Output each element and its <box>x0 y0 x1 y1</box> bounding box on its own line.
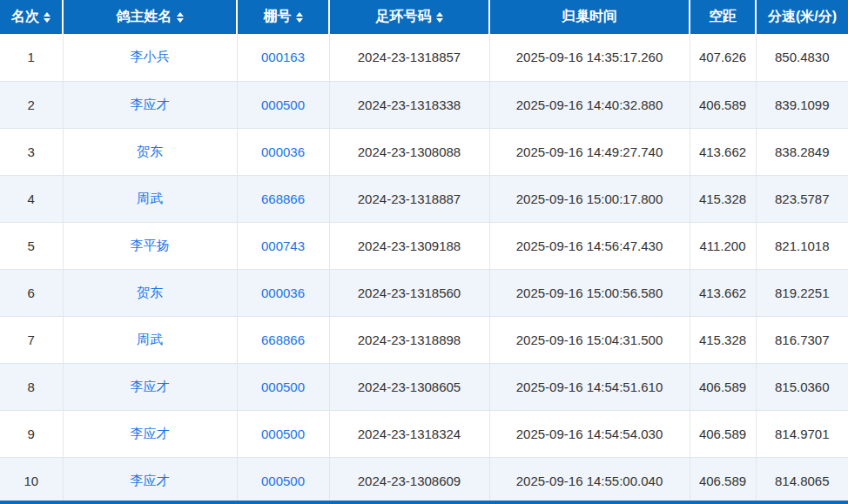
cell-rank: 1 <box>0 34 63 81</box>
footer-bar <box>0 501 848 504</box>
cell-time: 2025-09-16 14:49:27.740 <box>489 128 690 175</box>
loft-link[interactable]: 668866 <box>261 333 305 347</box>
sort-icon <box>296 12 303 23</box>
cell-time: 2025-09-16 14:54:51.610 <box>489 363 690 410</box>
owner-link[interactable]: 李应才 <box>131 379 170 393</box>
cell-ring: 2024-23-1318338 <box>329 81 489 128</box>
sort-icon <box>44 12 50 23</box>
cell-loft: 000743 <box>237 222 329 269</box>
loft-link[interactable]: 000500 <box>261 97 305 112</box>
owner-link[interactable]: 李应才 <box>131 473 170 487</box>
cell-ring: 2024-23-1318324 <box>329 410 489 457</box>
cell-owner: 李应才 <box>63 81 237 128</box>
table-row: 1 李小兵 000163 2024-23-1318857 2025-09-16 … <box>0 34 848 81</box>
table-row: 9 李应才 000500 2024-23-1318324 2025-09-16 … <box>0 410 848 457</box>
cell-time: 2025-09-16 14:40:32.880 <box>489 81 690 128</box>
cell-speed: 838.2849 <box>756 128 848 175</box>
cell-loft: 000500 <box>237 457 329 504</box>
column-header-distance: 空距 <box>690 0 756 34</box>
cell-time: 2025-09-16 15:00:56.580 <box>489 269 690 316</box>
cell-distance: 411.200 <box>690 222 756 269</box>
column-header-ring[interactable]: 足环号码 <box>329 0 489 34</box>
owner-link[interactable]: 李应才 <box>131 97 170 111</box>
owner-link[interactable]: 李平扬 <box>131 238 170 252</box>
owner-link[interactable]: 周武 <box>137 332 163 346</box>
cell-loft: 000036 <box>237 128 329 175</box>
cell-distance: 407.626 <box>690 34 756 81</box>
column-header-speed: 分速(米/分) <box>756 0 848 34</box>
column-header-owner[interactable]: 鸽主姓名 <box>63 0 237 34</box>
cell-ring: 2024-23-1318898 <box>329 316 489 363</box>
cell-time: 2025-09-16 15:00:17.800 <box>489 175 690 222</box>
cell-rank: 10 <box>0 457 63 504</box>
cell-distance: 413.662 <box>690 128 756 175</box>
cell-rank: 7 <box>0 316 63 363</box>
sort-icon <box>177 12 184 23</box>
column-label-loft: 棚号 <box>264 9 292 24</box>
cell-owner: 李应才 <box>63 457 237 504</box>
cell-ring: 2024-23-1318560 <box>329 269 489 316</box>
cell-loft: 000500 <box>237 81 329 128</box>
cell-speed: 821.1018 <box>756 222 848 269</box>
column-label-speed: 分速(米/分) <box>768 9 837 24</box>
cell-speed: 816.7307 <box>756 316 848 363</box>
table-row: 5 李平扬 000743 2024-23-1309188 2025-09-16 … <box>0 222 848 269</box>
cell-ring: 2024-23-1308605 <box>329 363 489 410</box>
table-row: 8 李应才 000500 2024-23-1308605 2025-09-16 … <box>0 363 848 410</box>
cell-time: 2025-09-16 14:35:17.260 <box>489 34 690 81</box>
cell-owner: 李平扬 <box>63 222 237 269</box>
cell-rank: 3 <box>0 128 63 175</box>
table-header: 名次 鸽主姓名 棚号 足环号码 归巢时间 空距 分速(米/分) <box>0 0 848 34</box>
cell-speed: 819.2251 <box>756 269 848 316</box>
cell-loft: 000163 <box>237 34 329 81</box>
column-header-time: 归巢时间 <box>489 0 690 34</box>
cell-loft: 000500 <box>237 363 329 410</box>
loft-link[interactable]: 000163 <box>261 50 305 64</box>
owner-link[interactable]: 李小兵 <box>131 49 170 64</box>
cell-owner: 周武 <box>63 316 237 363</box>
owner-link[interactable]: 周武 <box>137 191 163 205</box>
cell-speed: 814.8065 <box>756 457 848 504</box>
owner-link[interactable]: 李应才 <box>131 426 170 440</box>
column-label-distance: 空距 <box>709 9 737 24</box>
loft-link[interactable]: 000500 <box>261 380 305 394</box>
loft-link[interactable]: 000500 <box>261 427 305 441</box>
table-row: 7 周武 668866 2024-23-1318898 2025-09-16 1… <box>0 316 848 363</box>
loft-link[interactable]: 000036 <box>261 144 305 159</box>
cell-loft: 000500 <box>237 410 329 457</box>
cell-ring: 2024-23-1318887 <box>329 175 489 222</box>
loft-link[interactable]: 000500 <box>261 474 305 488</box>
owner-link[interactable]: 贺东 <box>137 144 163 158</box>
column-label-rank: 名次 <box>11 9 39 24</box>
cell-rank: 9 <box>0 410 63 457</box>
cell-time: 2025-09-16 15:04:31.500 <box>489 316 690 363</box>
column-header-loft[interactable]: 棚号 <box>237 0 329 34</box>
cell-loft: 668866 <box>237 175 329 222</box>
cell-time: 2025-09-16 14:55:00.040 <box>489 457 690 504</box>
column-label-owner: 鸽主姓名 <box>117 9 172 24</box>
column-label-time: 归巢时间 <box>562 9 617 24</box>
cell-owner: 李小兵 <box>63 34 237 81</box>
cell-time: 2025-09-16 14:54:54.030 <box>489 410 690 457</box>
table-row: 2 李应才 000500 2024-23-1318338 2025-09-16 … <box>0 81 848 128</box>
cell-rank: 4 <box>0 175 63 222</box>
column-header-rank[interactable]: 名次 <box>0 0 63 34</box>
cell-rank: 6 <box>0 269 63 316</box>
loft-link[interactable]: 000036 <box>261 286 305 300</box>
owner-link[interactable]: 贺东 <box>137 285 163 299</box>
cell-time: 2025-09-16 14:56:47.430 <box>489 222 690 269</box>
cell-loft: 668866 <box>237 316 329 363</box>
cell-owner: 贺东 <box>63 128 237 175</box>
loft-link[interactable]: 668866 <box>261 192 305 206</box>
table-row: 10 李应才 000500 2024-23-1308609 2025-09-16… <box>0 457 848 504</box>
table-row: 3 贺东 000036 2024-23-1308088 2025-09-16 1… <box>0 128 848 175</box>
cell-speed: 814.9701 <box>756 410 848 457</box>
cell-ring: 2024-23-1308088 <box>329 128 489 175</box>
cell-speed: 850.4830 <box>756 34 848 81</box>
cell-speed: 815.0360 <box>756 363 848 410</box>
cell-distance: 406.589 <box>690 410 756 457</box>
cell-distance: 406.589 <box>690 81 756 128</box>
table-row: 6 贺东 000036 2024-23-1318560 2025-09-16 1… <box>0 269 848 316</box>
loft-link[interactable]: 000743 <box>261 239 305 253</box>
cell-owner: 李应才 <box>63 410 237 457</box>
